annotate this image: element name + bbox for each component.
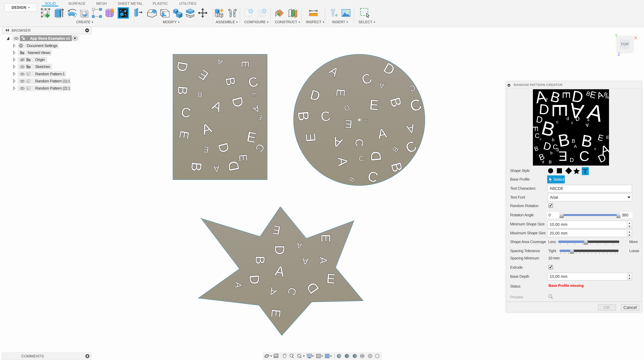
svg-text:c: c — [540, 137, 542, 141]
svg-text:D: D — [272, 245, 287, 255]
svg-text:B: B — [580, 131, 594, 151]
svg-text:T: T — [583, 168, 587, 175]
svg-text:E: E — [237, 154, 250, 162]
svg-text:B: B — [572, 138, 575, 144]
svg-text:E: E — [369, 97, 380, 113]
svg-text:A: A — [574, 144, 577, 149]
svg-text:B: B — [175, 85, 190, 96]
svg-text:+: + — [293, 353, 294, 355]
svg-text:d: d — [566, 116, 569, 121]
svg-text:B: B — [295, 110, 312, 122]
svg-text:b: b — [552, 137, 554, 142]
svg-text:C: C — [579, 148, 590, 164]
svg-text:E: E — [560, 92, 572, 99]
svg-text:D: D — [536, 114, 544, 125]
svg-text:c: c — [571, 120, 573, 125]
svg-text:o: o — [594, 147, 596, 151]
svg-text:+: + — [266, 355, 267, 357]
svg-text:E: E — [334, 88, 348, 97]
svg-text:C: C — [359, 155, 364, 163]
svg-text:D: D — [570, 157, 574, 163]
svg-text:E: E — [239, 61, 251, 68]
svg-text:A: A — [233, 282, 244, 288]
svg-text:E: E — [533, 126, 540, 132]
svg-text:B: B — [549, 160, 552, 164]
svg-text:E: E — [597, 133, 604, 143]
svg-text:A: A — [335, 157, 350, 167]
svg-text:E: E — [558, 149, 568, 164]
svg-text:B: B — [533, 145, 539, 152]
svg-text:e: e — [546, 97, 548, 101]
svg-text:E: E — [319, 234, 333, 243]
svg-text:d: d — [542, 160, 544, 164]
svg-text:B: B — [188, 162, 205, 172]
svg-text:A: A — [318, 257, 329, 264]
svg-text:A: A — [596, 90, 605, 101]
svg-text:B: B — [197, 90, 202, 99]
svg-text:C: C — [353, 139, 366, 147]
svg-text:B: B — [538, 152, 546, 162]
svg-text:A: A — [213, 164, 220, 174]
svg-text:A: A — [302, 256, 309, 267]
svg-text:C: C — [535, 132, 540, 140]
svg-text:E: E — [268, 309, 284, 318]
svg-text:A: A — [364, 118, 368, 123]
svg-text:E: E — [556, 148, 559, 152]
svg-text:E: E — [548, 103, 572, 117]
svg-text:E: E — [605, 96, 609, 99]
svg-text:E: E — [303, 132, 318, 143]
svg-text:D: D — [247, 274, 262, 285]
svg-text:E: E — [606, 135, 609, 140]
svg-text:E: E — [326, 271, 336, 287]
svg-text:e: e — [588, 118, 589, 122]
svg-text:b: b — [550, 151, 552, 155]
svg-text:E: E — [344, 118, 353, 131]
svg-text:B: B — [253, 256, 267, 264]
svg-text:D: D — [368, 150, 384, 162]
